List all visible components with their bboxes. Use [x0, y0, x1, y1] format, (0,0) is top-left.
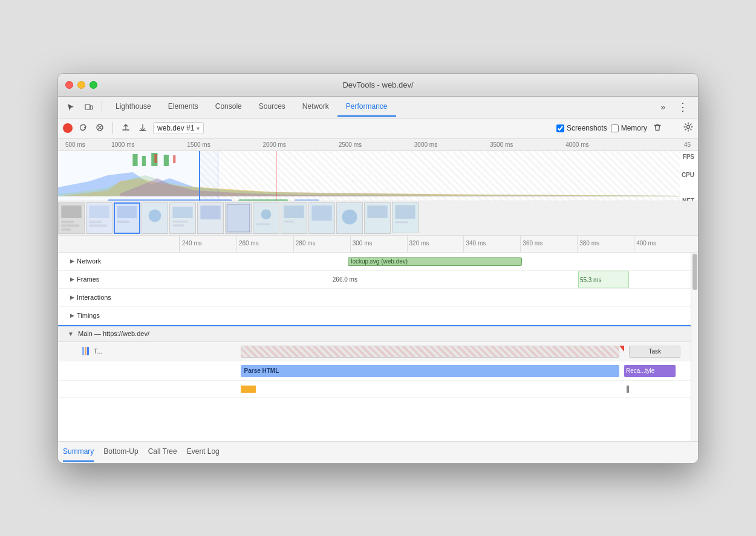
cursor-icon[interactable] [63, 99, 79, 115]
thread-bar [87, 347, 89, 355]
tab-network[interactable]: Network [294, 97, 337, 117]
close-button[interactable] [65, 81, 73, 89]
network-track-row: ▶ Network lockup.svg (web.dev) [58, 253, 691, 271]
main-section-text: Main — https://web.dev/ [78, 330, 149, 337]
tab-console[interactable]: Console [207, 97, 250, 117]
svg-rect-35 [172, 207, 192, 218]
minimize-button[interactable] [77, 81, 85, 89]
tab-bottom-up[interactable]: Bottom-Up [103, 442, 138, 462]
svg-rect-28 [89, 224, 106, 227]
overview-ruler: 500 ms 1000 ms 1500 ms 2000 ms 2500 ms 3… [58, 139, 698, 151]
tab-call-tree[interactable]: Call Tree [148, 442, 177, 462]
fps-label: FPS [683, 153, 694, 160]
svg-rect-24 [61, 228, 71, 231]
expand-arrow-icon: ▶ [70, 294, 74, 300]
expand-arrow-icon: ▶ [70, 312, 74, 318]
task-row-content: Task [179, 342, 691, 361]
svg-rect-46 [284, 205, 304, 218]
bottom-tabs: Summary Bottom-Up Call Tree Event Log [58, 441, 698, 463]
screenshot-thumb [308, 202, 335, 234]
record-button[interactable] [63, 123, 73, 133]
svg-rect-55 [395, 205, 415, 219]
parse-html-row-content: Parse HTML Reca...tyle [179, 361, 691, 380]
device-toggle-icon[interactable] [81, 99, 97, 115]
svg-point-3 [687, 126, 690, 129]
upload-button[interactable] [119, 122, 132, 135]
cpu-label: CPU [682, 172, 694, 178]
red-marker-line [276, 151, 276, 201]
ruler-mark-3500: 3500 ms [464, 141, 539, 148]
maximize-button[interactable] [90, 81, 97, 89]
ruler-mark-2500: 2500 ms [312, 141, 388, 148]
main-section-header: ▼ Main — https://web.dev/ [58, 325, 691, 342]
network-track-content: lockup.svg (web.dev) [179, 253, 691, 270]
vertical-scrollbar[interactable] [691, 253, 698, 441]
stop-button[interactable] [93, 122, 106, 135]
tab-elements[interactable]: Elements [160, 97, 207, 117]
recalc-style-bar: Reca...tyle [624, 365, 676, 377]
task-label-right: Task [629, 346, 680, 358]
ruler-400: 400 ms [634, 236, 691, 253]
kebab-menu-button[interactable]: ⋮ [673, 98, 693, 116]
frames-label: Frames [77, 276, 99, 283]
tab-performance[interactable]: Performance [337, 97, 396, 117]
ruler-360: 360 ms [520, 236, 577, 253]
download-button[interactable] [136, 122, 149, 135]
overview-canvas[interactable]: FPS CPU [58, 151, 698, 236]
gray-sub-bar [627, 386, 629, 393]
screenshots-checkbox[interactable] [556, 124, 564, 132]
screenshot-thumb [225, 202, 252, 234]
screenshot-thumb [169, 202, 196, 234]
screenshot-thumb [142, 202, 168, 234]
secondary-toolbar: web.dev #1 ▾ Screenshots Memory [58, 118, 698, 139]
detail-ruler: 240 ms 260 ms 280 ms 300 ms 320 ms 340 m… [179, 236, 691, 253]
more-tabs-button[interactable]: » [656, 97, 670, 117]
tab-summary[interactable]: Summary [63, 442, 94, 462]
interactions-track-row: ▶ Interactions [58, 289, 691, 307]
divider [102, 101, 102, 113]
track-rows[interactable]: ▶ Network lockup.svg (web.dev) [58, 253, 691, 441]
settings-button[interactable] [683, 122, 693, 134]
expand-arrow-icon: ▶ [70, 276, 74, 282]
cpu-track [58, 169, 680, 196]
parse-html-track-row: Parse HTML Reca...tyle [58, 361, 691, 381]
target-selector[interactable]: web.dev #1 ▾ [153, 122, 204, 134]
tab-event-log[interactable]: Event Log [187, 442, 220, 462]
screenshot-thumb [86, 202, 112, 234]
svg-rect-30 [117, 206, 137, 218]
empty-space [58, 398, 691, 434]
scrollbar-thumb[interactable] [692, 254, 697, 290]
network-bar-label: lockup.svg (web.dev) [351, 258, 408, 265]
tab-sources[interactable]: Sources [250, 97, 294, 117]
svg-rect-9 [154, 154, 157, 163]
expand-arrow-icon: ▶ [70, 258, 74, 264]
interactions-track-label[interactable]: ▶ Interactions [58, 294, 179, 301]
fps-track [58, 151, 680, 169]
timings-track-content [179, 307, 691, 325]
delete-button[interactable] [651, 122, 664, 135]
memory-label: Memory [621, 124, 647, 132]
network-bar-lockup: lockup.svg (web.dev) [348, 257, 522, 266]
screenshot-strip [58, 201, 698, 236]
tab-lighthouse[interactable]: Lighthouse [107, 97, 160, 117]
task-T-label: T... [94, 347, 103, 355]
svg-rect-0 [85, 105, 90, 109]
frames-time: 266.0 ms [333, 276, 357, 283]
frames-track-label[interactable]: ▶ Frames [58, 276, 179, 283]
reload-button[interactable] [76, 122, 90, 135]
svg-rect-31 [117, 221, 129, 223]
ruler-280: 280 ms [293, 236, 350, 253]
timings-track-label[interactable]: ▶ Timings [58, 312, 179, 319]
timings-track-row: ▶ Timings [58, 307, 691, 325]
ruler-mark-500: 500 ms [65, 141, 85, 148]
memory-checkbox[interactable] [611, 124, 619, 132]
long-task-indicator [619, 346, 624, 358]
nav-toolbar: Lighthouse Elements Console Sources Netw… [58, 97, 698, 118]
main-section-label: ▼ Main — https://web.dev/ [68, 330, 189, 337]
title-bar: DevTools - web.dev/ [58, 74, 698, 97]
svg-rect-5 [132, 154, 137, 166]
network-track-label[interactable]: ▶ Network [58, 257, 179, 265]
timings-label: Timings [77, 312, 100, 319]
thread-bars [82, 347, 89, 355]
task-track-row: T... Task [58, 342, 691, 361]
